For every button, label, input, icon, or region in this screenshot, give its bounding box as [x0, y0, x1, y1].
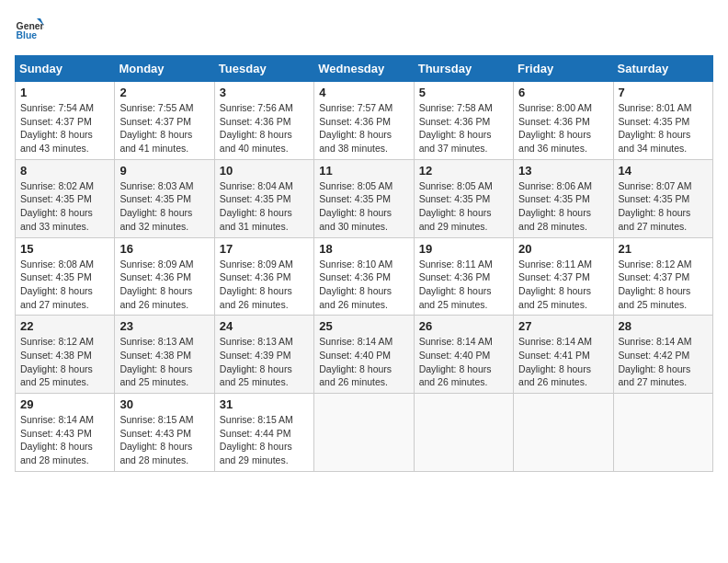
day-number: 19	[419, 242, 508, 256]
day-number: 15	[20, 242, 109, 256]
calendar-week-2: 8 Sunrise: 8:02 AM Sunset: 4:35 PM Dayli…	[16, 159, 713, 237]
day-number: 9	[119, 164, 209, 178]
day-info: Sunrise: 8:00 AM Sunset: 4:36 PM Dayligh…	[518, 101, 608, 155]
day-number: 21	[619, 242, 708, 256]
day-info: Sunrise: 7:54 AM Sunset: 4:37 PM Dayligh…	[20, 101, 109, 155]
calendar-cell: 11 Sunrise: 8:05 AM Sunset: 4:35 PM Dayl…	[314, 159, 414, 237]
day-info: Sunrise: 8:15 AM Sunset: 4:43 PM Dayligh…	[119, 413, 209, 467]
day-info: Sunrise: 8:14 AM Sunset: 4:41 PM Dayligh…	[518, 335, 608, 389]
day-number: 17	[220, 242, 309, 256]
day-number: 4	[319, 86, 408, 99]
day-info: Sunrise: 8:02 AM Sunset: 4:35 PM Dayligh…	[20, 179, 109, 234]
calendar-cell: 12 Sunrise: 8:05 AM Sunset: 4:35 PM Dayl…	[414, 159, 513, 237]
calendar-cell: 10 Sunrise: 8:04 AM Sunset: 4:35 PM Dayl…	[214, 159, 313, 237]
day-number: 11	[319, 164, 408, 178]
weekday-header-row: SundayMondayTuesdayWednesdayThursdayFrid…	[16, 56, 713, 82]
day-number: 23	[119, 319, 209, 333]
calendar-cell: 2 Sunrise: 7:55 AM Sunset: 4:37 PM Dayli…	[115, 82, 214, 160]
day-info: Sunrise: 8:01 AM Sunset: 4:35 PM Dayligh…	[619, 101, 708, 155]
weekday-header-friday: Friday	[514, 56, 613, 82]
day-number: 12	[419, 164, 508, 178]
calendar-week-1: 1 Sunrise: 7:54 AM Sunset: 4:37 PM Dayli…	[16, 82, 713, 160]
calendar-week-5: 29 Sunrise: 8:14 AM Sunset: 4:43 PM Dayl…	[16, 394, 713, 472]
calendar-cell: 14 Sunrise: 8:07 AM Sunset: 4:35 PM Dayl…	[613, 159, 712, 237]
calendar-cell: 8 Sunrise: 8:02 AM Sunset: 4:35 PM Dayli…	[16, 159, 115, 237]
day-info: Sunrise: 8:11 AM Sunset: 4:36 PM Dayligh…	[419, 258, 508, 312]
calendar-cell: 9 Sunrise: 8:03 AM Sunset: 4:35 PM Dayli…	[115, 159, 214, 237]
weekday-header-sunday: Sunday	[16, 56, 115, 82]
day-number: 27	[518, 319, 608, 333]
day-number: 8	[20, 164, 109, 178]
day-number: 5	[419, 86, 508, 99]
calendar-cell: 19 Sunrise: 8:11 AM Sunset: 4:36 PM Dayl…	[414, 237, 513, 316]
calendar-cell: 5 Sunrise: 7:58 AM Sunset: 4:36 PM Dayli…	[414, 82, 513, 160]
day-info: Sunrise: 8:10 AM Sunset: 4:36 PM Dayligh…	[319, 258, 408, 312]
day-info: Sunrise: 8:12 AM Sunset: 4:38 PM Dayligh…	[20, 335, 109, 389]
calendar-cell: 20 Sunrise: 8:11 AM Sunset: 4:37 PM Dayl…	[514, 237, 613, 316]
day-info: Sunrise: 8:09 AM Sunset: 4:36 PM Dayligh…	[119, 258, 209, 312]
calendar-cell: 27 Sunrise: 8:14 AM Sunset: 4:41 PM Dayl…	[514, 316, 613, 394]
day-info: Sunrise: 8:12 AM Sunset: 4:37 PM Dayligh…	[619, 258, 708, 312]
day-info: Sunrise: 8:07 AM Sunset: 4:35 PM Dayligh…	[619, 179, 708, 234]
calendar-cell: 25 Sunrise: 8:14 AM Sunset: 4:40 PM Dayl…	[314, 316, 414, 394]
day-number: 29	[20, 397, 109, 411]
calendar-cell: 29 Sunrise: 8:14 AM Sunset: 4:43 PM Dayl…	[16, 394, 115, 472]
day-number: 20	[518, 242, 608, 256]
logo-icon: General Blue	[15, 15, 44, 44]
calendar-cell	[514, 394, 613, 472]
calendar-cell: 3 Sunrise: 7:56 AM Sunset: 4:36 PM Dayli…	[214, 82, 313, 160]
calendar-cell: 16 Sunrise: 8:09 AM Sunset: 4:36 PM Dayl…	[115, 237, 214, 316]
calendar-cell: 18 Sunrise: 8:10 AM Sunset: 4:36 PM Dayl…	[314, 237, 414, 316]
day-info: Sunrise: 8:08 AM Sunset: 4:35 PM Dayligh…	[20, 258, 109, 312]
day-info: Sunrise: 8:13 AM Sunset: 4:38 PM Dayligh…	[119, 335, 209, 389]
day-number: 14	[619, 164, 708, 178]
day-number: 26	[419, 319, 508, 333]
day-info: Sunrise: 8:05 AM Sunset: 4:35 PM Dayligh…	[319, 179, 408, 234]
day-number: 16	[119, 242, 209, 256]
logo: General Blue	[15, 15, 44, 44]
calendar-cell: 24 Sunrise: 8:13 AM Sunset: 4:39 PM Dayl…	[214, 316, 313, 394]
day-number: 22	[20, 319, 109, 333]
day-number: 1	[20, 86, 109, 99]
weekday-header-monday: Monday	[115, 56, 214, 82]
day-number: 3	[220, 86, 309, 99]
day-number: 18	[319, 242, 408, 256]
calendar-cell	[414, 394, 513, 472]
day-info: Sunrise: 8:14 AM Sunset: 4:42 PM Dayligh…	[619, 335, 708, 389]
calendar-cell: 26 Sunrise: 8:14 AM Sunset: 4:40 PM Dayl…	[414, 316, 513, 394]
day-number: 2	[119, 86, 209, 99]
calendar-cell: 28 Sunrise: 8:14 AM Sunset: 4:42 PM Dayl…	[613, 316, 712, 394]
day-number: 24	[220, 319, 309, 333]
day-info: Sunrise: 8:14 AM Sunset: 4:40 PM Dayligh…	[419, 335, 508, 389]
day-info: Sunrise: 7:57 AM Sunset: 4:36 PM Dayligh…	[319, 101, 408, 155]
day-info: Sunrise: 7:58 AM Sunset: 4:36 PM Dayligh…	[419, 101, 508, 155]
calendar-cell: 31 Sunrise: 8:15 AM Sunset: 4:44 PM Dayl…	[214, 394, 313, 472]
day-number: 31	[220, 397, 309, 411]
calendar-cell: 6 Sunrise: 8:00 AM Sunset: 4:36 PM Dayli…	[514, 82, 613, 160]
day-info: Sunrise: 8:04 AM Sunset: 4:35 PM Dayligh…	[220, 179, 309, 234]
calendar-cell: 17 Sunrise: 8:09 AM Sunset: 4:36 PM Dayl…	[214, 237, 313, 316]
day-number: 30	[119, 397, 209, 411]
day-number: 10	[220, 164, 309, 178]
day-info: Sunrise: 8:03 AM Sunset: 4:35 PM Dayligh…	[119, 179, 209, 234]
page-header: General Blue	[15, 15, 713, 44]
day-info: Sunrise: 8:09 AM Sunset: 4:36 PM Dayligh…	[220, 258, 309, 312]
svg-text:Blue: Blue	[17, 30, 38, 40]
day-number: 28	[619, 319, 708, 333]
day-number: 6	[518, 86, 608, 99]
calendar-cell: 22 Sunrise: 8:12 AM Sunset: 4:38 PM Dayl…	[16, 316, 115, 394]
calendar-cell: 1 Sunrise: 7:54 AM Sunset: 4:37 PM Dayli…	[16, 82, 115, 160]
day-info: Sunrise: 7:56 AM Sunset: 4:36 PM Dayligh…	[220, 101, 309, 155]
day-number: 13	[518, 164, 608, 178]
day-info: Sunrise: 8:06 AM Sunset: 4:35 PM Dayligh…	[518, 179, 608, 234]
day-info: Sunrise: 8:11 AM Sunset: 4:37 PM Dayligh…	[518, 258, 608, 312]
calendar-cell: 21 Sunrise: 8:12 AM Sunset: 4:37 PM Dayl…	[613, 237, 712, 316]
day-number: 7	[619, 86, 708, 99]
day-info: Sunrise: 7:55 AM Sunset: 4:37 PM Dayligh…	[119, 101, 209, 155]
weekday-header-saturday: Saturday	[613, 56, 712, 82]
day-info: Sunrise: 8:14 AM Sunset: 4:43 PM Dayligh…	[20, 413, 109, 467]
calendar-cell: 13 Sunrise: 8:06 AM Sunset: 4:35 PM Dayl…	[514, 159, 613, 237]
calendar-cell	[314, 394, 414, 472]
calendar-cell: 7 Sunrise: 8:01 AM Sunset: 4:35 PM Dayli…	[613, 82, 712, 160]
day-info: Sunrise: 8:15 AM Sunset: 4:44 PM Dayligh…	[220, 413, 309, 467]
